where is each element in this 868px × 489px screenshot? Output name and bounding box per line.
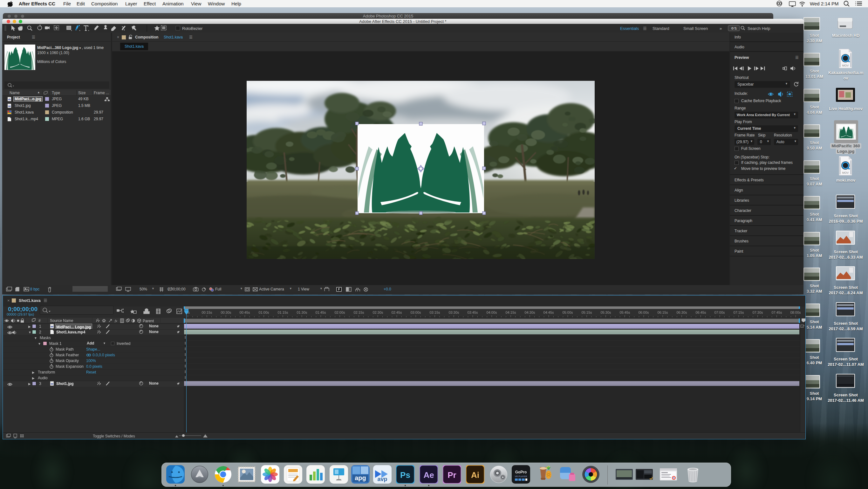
svg-text:apg: apg	[355, 474, 366, 481]
svg-text:Ae: Ae	[423, 470, 434, 480]
svg-text:VR PLAYER: VR PLAYER	[515, 475, 527, 478]
svg-text:GoPro: GoPro	[515, 470, 527, 474]
svg-text:⚙⇅: ⚙⇅	[731, 26, 737, 30]
svg-text:#: #	[38, 318, 41, 323]
svg-text:Ai: Ai	[471, 470, 479, 480]
svg-text:MOV: MOV	[842, 64, 849, 67]
svg-text:MOV: MOV	[842, 171, 849, 174]
svg-text:Ps: Ps	[400, 470, 410, 480]
svg-text:=: =	[9, 98, 10, 99]
svg-text:avp: avp	[377, 476, 387, 482]
svg-text:Source Name: Source Name	[50, 318, 73, 323]
svg-text:fx: fx	[115, 319, 117, 323]
svg-text:Pr: Pr	[447, 470, 456, 480]
